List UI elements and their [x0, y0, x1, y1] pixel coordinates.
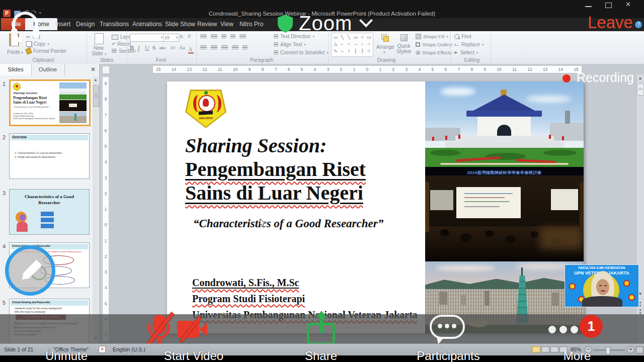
shape-glyph[interactable]: ▭ — [333, 35, 339, 40]
shape-glyph[interactable]: ▭ — [353, 35, 359, 40]
webcam-video[interactable]: FAKULTAS ILMU KESEHATAN UPN VETERAN JAKA… — [565, 264, 639, 307]
italic-button[interactable]: I — [138, 44, 140, 52]
maximize-button[interactable] — [605, 3, 612, 8]
tab-nitro-pro[interactable]: Nitro Pro — [234, 18, 268, 30]
bullets-icon[interactable] — [200, 34, 207, 39]
audio-headset-icon[interactable] — [7, 7, 43, 43]
shape-glyph[interactable]: ○ — [359, 35, 365, 40]
zoom-slider-thumb[interactable] — [606, 347, 610, 354]
shape-glyph[interactable]: ↓ — [359, 41, 365, 46]
align-left-icon[interactable] — [200, 45, 207, 50]
panel-scrollbar[interactable]: ▲ ▼ — [93, 77, 99, 343]
upn-logo[interactable]: JAKARTA — [185, 88, 226, 130]
slide-thumbnail-2[interactable]: Overview 1. Characteristics of a good re… — [9, 133, 90, 179]
participants-button[interactable]: Participants — [417, 349, 479, 362]
change-case-button[interactable]: Aa — [179, 45, 185, 50]
font-size-combo[interactable]: 28▾ — [163, 34, 179, 42]
slide-subtitle[interactable]: “Characteristics of a Good Researcher” — [193, 217, 383, 230]
shape-glyph[interactable]: ▭ — [366, 35, 372, 40]
slide-sorter-view-button[interactable] — [541, 346, 549, 352]
shape-glyph[interactable]: ╲ — [339, 35, 345, 40]
scroll-up-icon[interactable]: ▲ — [93, 78, 99, 81]
main-scroll-up-icon[interactable]: ▲ — [636, 76, 644, 80]
font-color-button[interactable]: A — [188, 44, 194, 54]
shape-glyph[interactable]: ∿ — [333, 48, 339, 55]
increase-indent-icon[interactable] — [230, 34, 235, 39]
shape-glyph[interactable]: △ — [333, 41, 339, 46]
select-button[interactable]: ►Select▾ — [454, 50, 478, 55]
shape-glyph[interactable]: → — [353, 41, 359, 46]
language-indicator[interactable]: English (U.S.) — [113, 346, 145, 352]
zoom-dropdown-chevron-icon[interactable] — [359, 14, 373, 27]
find-button[interactable]: Find — [454, 34, 471, 39]
underline-button[interactable]: U — [145, 44, 149, 52]
slide-canvas[interactable]: JAKARTA Sharing Session: Pengembangan Ri… — [167, 81, 584, 333]
align-text-button[interactable]: Align Text▾ — [274, 42, 306, 47]
photo-memorial-hall[interactable] — [425, 81, 584, 167]
vertical-ruler[interactable]: 98765432101234567 — [102, 76, 109, 342]
grow-font-button[interactable]: A˄ — [179, 33, 185, 39]
font-name-combo[interactable]: ▾ — [130, 34, 164, 42]
zoom-meeting-control[interactable]: Zoom — [278, 12, 371, 35]
fit-to-window-button[interactable] — [636, 346, 643, 353]
help-icon[interactable]: ? — [635, 21, 642, 28]
shape-glyph[interactable]: { — [353, 48, 359, 55]
slides-tab[interactable]: Slides — [0, 64, 32, 75]
shape-glyph[interactable]: ⌐ — [339, 41, 345, 46]
share-screen-icon[interactable] — [306, 311, 337, 347]
shape-glyph[interactable]: ⌂ — [366, 41, 372, 46]
quick-styles-button[interactable]: Quick Styles ▾ — [395, 33, 413, 57]
format-painter-button[interactable]: Format Painter — [26, 48, 66, 54]
columns-icon[interactable] — [243, 45, 248, 50]
character-spacing-button[interactable]: AV — [170, 45, 176, 50]
align-center-icon[interactable] — [211, 45, 217, 50]
slide-thumbnail-3[interactable]: Characteristics of a Good Researcher — [9, 189, 90, 235]
section-button[interactable]: Section▾ — [112, 48, 139, 54]
replace-button[interactable]: ↔Replace▾ — [454, 42, 484, 47]
participants-chat-bubble-icon[interactable] — [430, 314, 468, 347]
panel-scrollbar-thumb[interactable] — [93, 85, 99, 107]
reset-button[interactable]: ↶Reset — [112, 41, 131, 47]
strikethrough-button[interactable]: S — [152, 44, 156, 52]
shape-effects-button[interactable]: Shape Effects▾ — [416, 50, 456, 55]
close-button[interactable]: ✕ — [625, 1, 631, 8]
slide-title-block[interactable]: Sharing Session: Pengembangan Riset Sain… — [185, 134, 366, 205]
align-right-icon[interactable] — [221, 45, 228, 50]
outline-tab[interactable]: Outline — [31, 64, 65, 75]
horizontal-ruler[interactable]: 1514131211109876543210123456789101112131… — [152, 65, 582, 73]
more-button[interactable]: More — [564, 349, 591, 362]
shape-glyph[interactable]: ☆ — [366, 48, 372, 55]
shape-glyph[interactable]: ≀ — [346, 48, 352, 55]
shrink-font-button[interactable]: A˅ — [187, 33, 193, 39]
leave-button[interactable]: Leave — [588, 13, 633, 32]
shape-glyph[interactable]: ⌐ — [346, 41, 352, 46]
justify-icon[interactable] — [232, 45, 238, 50]
shape-glyph[interactable]: ╲ — [346, 35, 352, 40]
abc-strike-button[interactable]: abc — [159, 45, 166, 50]
normal-view-button[interactable] — [532, 346, 540, 352]
reading-view-button[interactable] — [550, 346, 558, 352]
line-spacing-icon[interactable] — [239, 34, 246, 39]
shape-glyph[interactable]: } — [359, 48, 365, 55]
minimize-button[interactable] — [585, 6, 592, 7]
bold-button[interactable]: B — [130, 44, 134, 52]
share-button[interactable]: Share — [305, 349, 337, 362]
shapes-gallery[interactable]: ▭╲╲▭○▭△⌐⌐→↓⌂∿～≀{}☆ — [331, 33, 373, 57]
numbering-icon[interactable] — [211, 34, 217, 39]
new-slide-button[interactable]: New Slide ▾ — [90, 33, 110, 57]
annotation-pencil-cursor[interactable] — [5, 245, 55, 296]
photo-conference-hall[interactable]: 2019臺灣國際神經科學學會年會研討會 — [425, 167, 584, 261]
start-video-button[interactable]: Start Video — [164, 349, 223, 362]
start-video-camera-muted-icon[interactable] — [177, 317, 212, 344]
arrange-button[interactable]: Arrange ▾ — [376, 33, 394, 57]
main-scrollbar-thumb[interactable] — [637, 83, 644, 96]
zoom-in-button[interactable]: + — [627, 346, 634, 353]
shape-fill-button[interactable]: Shape Fill▾ — [416, 34, 448, 39]
spell-check-icon[interactable]: ✕ — [99, 346, 106, 353]
panel-close-button[interactable]: ✕ — [91, 66, 96, 73]
slide-thumbnail-1[interactable]: Sharing Session: Pengembangan Riset Sain… — [9, 79, 91, 126]
decrease-indent-icon[interactable] — [221, 34, 226, 39]
shape-glyph[interactable]: ～ — [339, 48, 345, 55]
convert-smartart-button[interactable]: Convert to SmartArt▾ — [274, 50, 329, 55]
unmute-button[interactable]: Unmute — [45, 349, 88, 362]
